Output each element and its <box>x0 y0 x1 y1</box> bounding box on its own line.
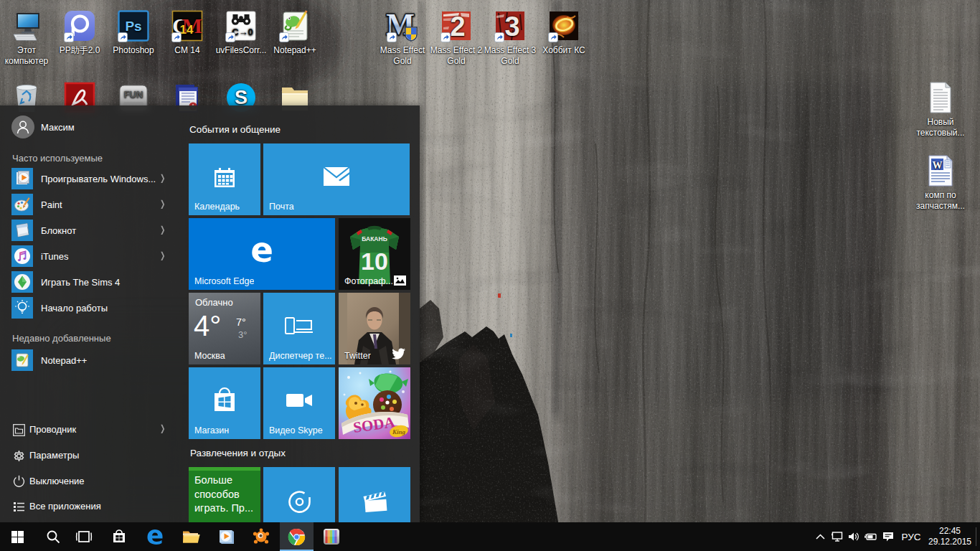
svg-text:3: 3 <box>504 11 519 42</box>
svg-text:14: 14 <box>180 23 194 37</box>
svg-text:Ps: Ps <box>125 19 141 34</box>
svg-text:10: 10 <box>361 248 388 275</box>
svg-text:FUN: FUN <box>124 89 143 100</box>
svg-text:W: W <box>933 160 943 171</box>
svg-text:БАКАНЬ: БАКАНЬ <box>362 235 387 242</box>
svg-text:King: King <box>392 428 406 435</box>
svg-text:2: 2 <box>450 11 465 42</box>
